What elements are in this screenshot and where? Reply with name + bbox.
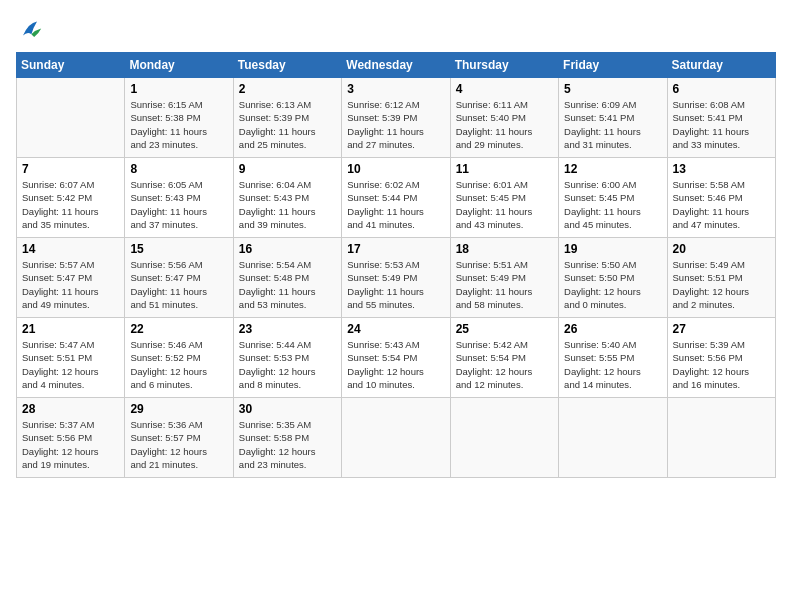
calendar-cell: 17Sunrise: 5:53 AMSunset: 5:49 PMDayligh… (342, 238, 450, 318)
sunrise-text: Sunrise: 5:53 AM (347, 259, 419, 270)
calendar-cell: 24Sunrise: 5:43 AMSunset: 5:54 PMDayligh… (342, 318, 450, 398)
daylight-minutes-text: and 45 minutes. (564, 219, 632, 230)
sunrise-text: Sunrise: 5:43 AM (347, 339, 419, 350)
daylight-minutes-text: and 23 minutes. (239, 459, 307, 470)
daylight-minutes-text: and 10 minutes. (347, 379, 415, 390)
daylight-minutes-text: and 6 minutes. (130, 379, 192, 390)
daylight-minutes-text: and 14 minutes. (564, 379, 632, 390)
sunrise-text: Sunrise: 5:49 AM (673, 259, 745, 270)
sunrise-text: Sunrise: 5:42 AM (456, 339, 528, 350)
header-saturday: Saturday (667, 53, 775, 78)
daylight-hours-text: Daylight: 12 hours (239, 446, 316, 457)
calendar-table: SundayMondayTuesdayWednesdayThursdayFrid… (16, 52, 776, 478)
day-info: Sunrise: 6:13 AMSunset: 5:39 PMDaylight:… (239, 98, 336, 151)
calendar-cell: 27Sunrise: 5:39 AMSunset: 5:56 PMDayligh… (667, 318, 775, 398)
calendar-cell: 5Sunrise: 6:09 AMSunset: 5:41 PMDaylight… (559, 78, 667, 158)
daylight-hours-text: Daylight: 12 hours (239, 366, 316, 377)
daylight-minutes-text: and 19 minutes. (22, 459, 90, 470)
sunrise-text: Sunrise: 6:11 AM (456, 99, 528, 110)
calendar-cell: 2Sunrise: 6:13 AMSunset: 5:39 PMDaylight… (233, 78, 341, 158)
calendar-cell: 18Sunrise: 5:51 AMSunset: 5:49 PMDayligh… (450, 238, 558, 318)
calendar-cell: 28Sunrise: 5:37 AMSunset: 5:56 PMDayligh… (17, 398, 125, 478)
sunrise-text: Sunrise: 5:50 AM (564, 259, 636, 270)
daylight-minutes-text: and 51 minutes. (130, 299, 198, 310)
day-info: Sunrise: 5:37 AMSunset: 5:56 PMDaylight:… (22, 418, 119, 471)
sunset-text: Sunset: 5:50 PM (564, 272, 634, 283)
sunrise-text: Sunrise: 6:12 AM (347, 99, 419, 110)
daylight-minutes-text: and 55 minutes. (347, 299, 415, 310)
sunset-text: Sunset: 5:48 PM (239, 272, 309, 283)
day-info: Sunrise: 5:53 AMSunset: 5:49 PMDaylight:… (347, 258, 444, 311)
day-number: 22 (130, 322, 227, 336)
calendar-cell: 3Sunrise: 6:12 AMSunset: 5:39 PMDaylight… (342, 78, 450, 158)
day-info: Sunrise: 6:00 AMSunset: 5:45 PMDaylight:… (564, 178, 661, 231)
daylight-hours-text: Daylight: 11 hours (239, 126, 316, 137)
sunset-text: Sunset: 5:47 PM (130, 272, 200, 283)
daylight-hours-text: Daylight: 11 hours (673, 206, 750, 217)
day-number: 8 (130, 162, 227, 176)
daylight-minutes-text: and 4 minutes. (22, 379, 84, 390)
page-header (16, 16, 776, 44)
daylight-minutes-text: and 47 minutes. (673, 219, 741, 230)
day-number: 9 (239, 162, 336, 176)
daylight-hours-text: Daylight: 11 hours (347, 126, 424, 137)
sunset-text: Sunset: 5:53 PM (239, 352, 309, 363)
day-info: Sunrise: 6:11 AMSunset: 5:40 PMDaylight:… (456, 98, 553, 151)
sunset-text: Sunset: 5:57 PM (130, 432, 200, 443)
sunset-text: Sunset: 5:44 PM (347, 192, 417, 203)
week-row-2: 7Sunrise: 6:07 AMSunset: 5:42 PMDaylight… (17, 158, 776, 238)
sunrise-text: Sunrise: 6:08 AM (673, 99, 745, 110)
day-number: 4 (456, 82, 553, 96)
sunrise-text: Sunrise: 5:58 AM (673, 179, 745, 190)
daylight-hours-text: Daylight: 12 hours (130, 446, 207, 457)
header-sunday: Sunday (17, 53, 125, 78)
day-info: Sunrise: 5:46 AMSunset: 5:52 PMDaylight:… (130, 338, 227, 391)
daylight-hours-text: Daylight: 11 hours (673, 126, 750, 137)
day-info: Sunrise: 5:47 AMSunset: 5:51 PMDaylight:… (22, 338, 119, 391)
day-number: 12 (564, 162, 661, 176)
day-number: 6 (673, 82, 770, 96)
daylight-minutes-text: and 8 minutes. (239, 379, 301, 390)
day-number: 18 (456, 242, 553, 256)
calendar-cell: 14Sunrise: 5:57 AMSunset: 5:47 PMDayligh… (17, 238, 125, 318)
day-number: 21 (22, 322, 119, 336)
calendar-cell (667, 398, 775, 478)
day-info: Sunrise: 5:49 AMSunset: 5:51 PMDaylight:… (673, 258, 770, 311)
daylight-hours-text: Daylight: 11 hours (130, 206, 207, 217)
calendar-cell: 7Sunrise: 6:07 AMSunset: 5:42 PMDaylight… (17, 158, 125, 238)
calendar-cell (450, 398, 558, 478)
daylight-minutes-text: and 16 minutes. (673, 379, 741, 390)
logo (16, 16, 48, 44)
day-number: 16 (239, 242, 336, 256)
daylight-hours-text: Daylight: 11 hours (456, 286, 533, 297)
daylight-hours-text: Daylight: 12 hours (673, 286, 750, 297)
day-info: Sunrise: 5:43 AMSunset: 5:54 PMDaylight:… (347, 338, 444, 391)
day-info: Sunrise: 5:40 AMSunset: 5:55 PMDaylight:… (564, 338, 661, 391)
calendar-cell: 22Sunrise: 5:46 AMSunset: 5:52 PMDayligh… (125, 318, 233, 398)
day-number: 10 (347, 162, 444, 176)
day-info: Sunrise: 5:56 AMSunset: 5:47 PMDaylight:… (130, 258, 227, 311)
daylight-minutes-text: and 39 minutes. (239, 219, 307, 230)
daylight-hours-text: Daylight: 11 hours (564, 206, 641, 217)
sunrise-text: Sunrise: 6:01 AM (456, 179, 528, 190)
sunset-text: Sunset: 5:49 PM (456, 272, 526, 283)
calendar-cell: 11Sunrise: 6:01 AMSunset: 5:45 PMDayligh… (450, 158, 558, 238)
sunset-text: Sunset: 5:49 PM (347, 272, 417, 283)
day-info: Sunrise: 6:01 AMSunset: 5:45 PMDaylight:… (456, 178, 553, 231)
day-info: Sunrise: 6:04 AMSunset: 5:43 PMDaylight:… (239, 178, 336, 231)
daylight-hours-text: Daylight: 12 hours (347, 366, 424, 377)
day-number: 25 (456, 322, 553, 336)
day-number: 14 (22, 242, 119, 256)
day-number: 13 (673, 162, 770, 176)
sunset-text: Sunset: 5:38 PM (130, 112, 200, 123)
sunrise-text: Sunrise: 5:40 AM (564, 339, 636, 350)
sunset-text: Sunset: 5:39 PM (347, 112, 417, 123)
calendar-cell: 19Sunrise: 5:50 AMSunset: 5:50 PMDayligh… (559, 238, 667, 318)
day-number: 1 (130, 82, 227, 96)
sunrise-text: Sunrise: 5:51 AM (456, 259, 528, 270)
calendar-cell: 30Sunrise: 5:35 AMSunset: 5:58 PMDayligh… (233, 398, 341, 478)
calendar-cell: 13Sunrise: 5:58 AMSunset: 5:46 PMDayligh… (667, 158, 775, 238)
sunset-text: Sunset: 5:47 PM (22, 272, 92, 283)
daylight-minutes-text: and 53 minutes. (239, 299, 307, 310)
header-tuesday: Tuesday (233, 53, 341, 78)
